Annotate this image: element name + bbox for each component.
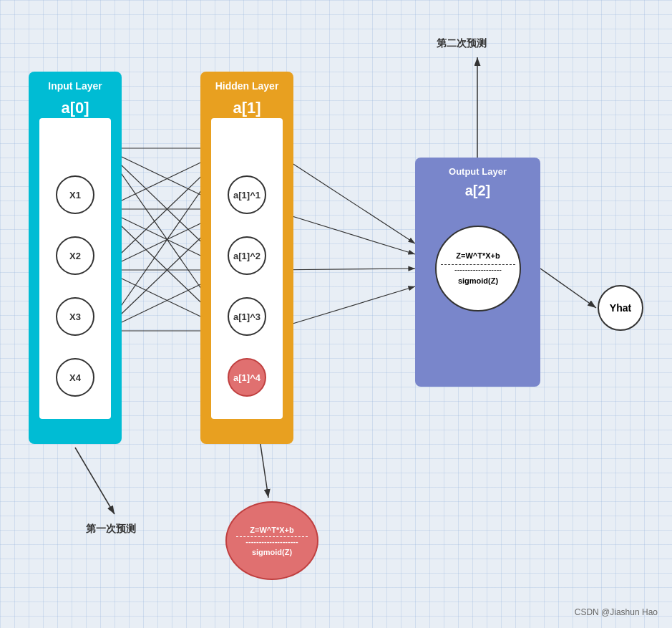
output-layer: Output Layer a[2] Z=W^T*X+b ------------…	[415, 158, 540, 387]
diagram-container: Input Layer a[0] X1 X2 X3 X4 Hidden Laye…	[0, 0, 672, 628]
red-bubble-formula-top: Z=W^T*X+b	[250, 526, 293, 534]
input-layer-label: a[0]	[29, 99, 122, 117]
neuron-x1: X1	[56, 175, 94, 214]
input-layer-inner: X1 X2 X3 X4	[39, 118, 111, 419]
output-formula-top: Z=W^T*X+b	[456, 251, 500, 261]
input-layer-title: Input Layer	[29, 80, 122, 92]
neuron-x4: X4	[56, 358, 94, 397]
red-bubble-divider: --------------------	[236, 536, 308, 546]
hidden-neuron-3: a[1]^3	[228, 297, 266, 336]
output-formula-bottom: sigmoid(Z)	[458, 276, 498, 286]
red-bubble: Z=W^T*X+b -------------------- sigmoid(Z…	[225, 501, 318, 580]
red-bubble-formula-bottom: sigmoid(Z)	[252, 548, 292, 556]
yhat-circle: Yhat	[598, 285, 643, 331]
svg-line-24	[75, 448, 115, 514]
input-layer: Input Layer a[0] X1 X2 X3 X4	[29, 72, 122, 444]
hidden-neuron-4: a[1]^4	[228, 358, 266, 397]
output-layer-label: a[2]	[415, 183, 540, 199]
output-layer-title: Output Layer	[415, 166, 540, 177]
neuron-x3: X3	[56, 297, 94, 336]
hidden-layer: Hidden Layer a[1] a[1]^1 a[1]^2 a[1]^3 a…	[200, 72, 293, 444]
label-first-predict: 第一次预测	[86, 523, 136, 536]
output-formula-divider: ------------------	[441, 264, 515, 274]
svg-line-22	[540, 269, 596, 308]
hidden-layer-inner: a[1]^1 a[1]^2 a[1]^3 a[1]^4	[211, 118, 283, 419]
hidden-layer-label: a[1]	[200, 99, 293, 117]
watermark: CSDN @Jiashun Hao	[575, 607, 658, 617]
neuron-x2: X2	[56, 236, 94, 275]
output-neuron: Z=W^T*X+b ------------------ sigmoid(Z)	[435, 226, 521, 311]
hidden-layer-title: Hidden Layer	[200, 80, 293, 92]
label-second-predict: 第二次预测	[437, 37, 487, 50]
hidden-neuron-2: a[1]^2	[228, 236, 266, 275]
hidden-neuron-1: a[1]^1	[228, 175, 266, 214]
